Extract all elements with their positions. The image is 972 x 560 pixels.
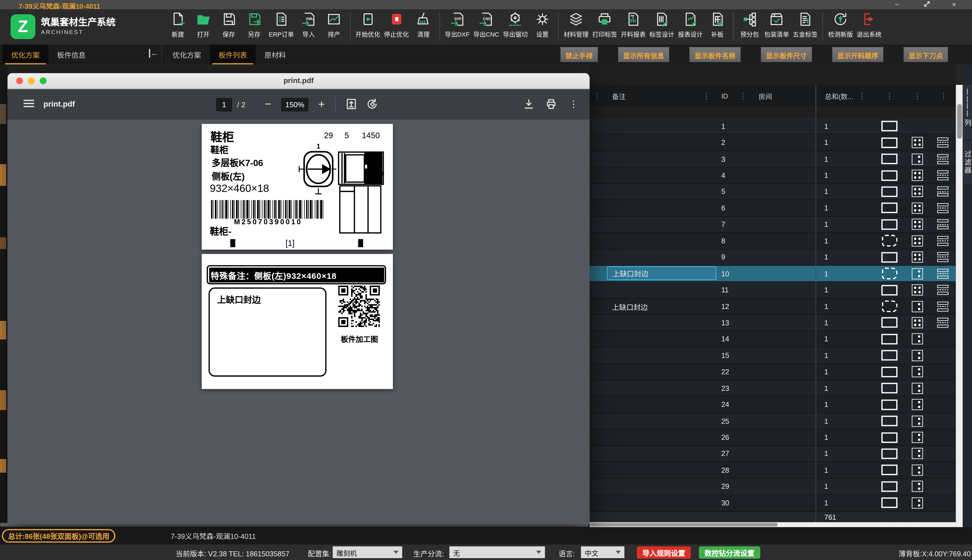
table-row[interactable]: 29 1 (590, 479, 956, 495)
column-header-note[interactable]: 备注 (612, 91, 625, 100)
note-cell[interactable] (607, 380, 716, 396)
note-cell[interactable] (607, 462, 716, 478)
toolbar-check-update-button[interactable]: 检测新版 (828, 11, 853, 38)
table-row[interactable]: 13 1 (590, 315, 956, 331)
note-cell[interactable] (607, 446, 716, 462)
view-option-button[interactable]: 显示下刀点 (903, 47, 949, 62)
view-option-button[interactable]: 显示板件尺寸 (760, 47, 812, 62)
column-menu-icon[interactable]: ⋮ (914, 92, 921, 100)
dialog-titlebar[interactable]: print.pdf (7, 73, 590, 89)
note-cell[interactable] (607, 397, 716, 413)
column-header-id[interactable]: ID (721, 92, 728, 99)
table-row[interactable]: 15 1 (590, 348, 956, 364)
note-cell[interactable] (607, 315, 716, 331)
column-menu-icon[interactable]: ⋮ (593, 92, 601, 100)
toolbar-export-sawcut-button[interactable]: 导出锯切 (503, 11, 528, 38)
toolbar-save-as-button[interactable]: 另存 (243, 11, 265, 38)
toolbar-label-design-button[interactable]: 标签设计 (649, 11, 674, 38)
note-cell[interactable] (607, 495, 716, 511)
table-row[interactable]: 25 1 (590, 413, 956, 430)
table-row[interactable]: 2 1 (590, 135, 956, 151)
table-row[interactable]: 28 1 (590, 462, 956, 479)
toolbar-export-dxf-button[interactable]: DXF 导出DXF (445, 11, 470, 38)
toolbar-print-label-button[interactable]: 打印标签 (592, 11, 617, 38)
table-row[interactable]: 上缺口封边 10 1 (590, 266, 956, 282)
note-cell[interactable] (607, 331, 716, 347)
view-option-button[interactable]: 禁止手排 (560, 47, 598, 62)
table-row[interactable]: 27 1 (590, 446, 956, 462)
toolbar-open-button[interactable]: 打开 (192, 11, 214, 38)
table-row[interactable]: 26 1 (590, 430, 956, 446)
table-row[interactable]: 30 1 (590, 495, 956, 511)
note-cell[interactable] (607, 413, 716, 429)
rotate-page-icon[interactable] (365, 97, 380, 112)
column-menu-icon[interactable]: ⋮ (940, 92, 947, 100)
toolbar-material-manage-button[interactable]: 材料管理 (564, 11, 588, 38)
tab[interactable]: 板件列表 (210, 45, 256, 64)
page-number-input[interactable]: 1 (216, 98, 232, 112)
toolbar-hardware-label-button[interactable]: 五金标签 (793, 11, 817, 38)
note-cell[interactable]: 上缺口封边 (607, 266, 716, 280)
view-option-button[interactable]: 显示板件名称 (689, 47, 741, 62)
toolbar-settings-button[interactable]: 设置 (531, 11, 553, 38)
note-cell[interactable] (607, 184, 716, 200)
table-row[interactable]: 14 1 (590, 331, 956, 348)
table-hscrollbar-thumb[interactable] (590, 523, 778, 527)
download-icon[interactable] (521, 97, 536, 112)
toolbar-patch-board-button[interactable]: 补板 (706, 11, 728, 38)
table-row[interactable]: 6 1 (590, 200, 956, 217)
table-row[interactable]: 5 1 (590, 184, 956, 200)
note-cell[interactable] (607, 249, 716, 265)
filter-side-tab[interactable]: 过滤器 (963, 141, 972, 184)
note-cell[interactable] (607, 217, 716, 232)
toolbar-export-cnc-button[interactable]: CNC 导出CNC (473, 11, 499, 38)
maximize-icon[interactable] (922, 0, 931, 8)
note-cell[interactable] (607, 348, 716, 363)
column-menu-icon[interactable]: ⋮ (703, 92, 710, 100)
toolbar-import-button[interactable]: XML 导入 (297, 11, 319, 38)
more-options-icon[interactable]: ⋮ (566, 97, 581, 112)
toolbar-stop-optimize-button[interactable]: 停止优化 (384, 11, 409, 38)
note-cell[interactable] (607, 364, 716, 380)
view-option-button[interactable]: 显示所有信息 (618, 47, 670, 62)
note-cell[interactable] (607, 479, 716, 495)
close-icon[interactable]: × (950, 1, 959, 8)
toolbar-packing-list-button[interactable]: 包装清单 (764, 11, 789, 38)
table-row[interactable]: 8 1 (590, 233, 956, 249)
print-icon[interactable] (544, 97, 559, 112)
tab[interactable]: 板件信息 (48, 45, 94, 64)
note-cell[interactable] (607, 200, 716, 216)
table-row[interactable]: 3 1 (590, 151, 956, 167)
production-flow-select[interactable]: 无 (449, 547, 545, 558)
menu-icon[interactable] (23, 100, 34, 109)
table-row[interactable]: 1 1 (590, 118, 956, 135)
tab[interactable]: 优化方案 (164, 45, 210, 64)
table-row[interactable]: 7 1 (590, 217, 956, 233)
toolbar-new-button[interactable]: 新建 (167, 11, 189, 38)
table-row[interactable]: 22 1 (590, 364, 956, 380)
toolbar-report-design-button[interactable]: 报表设计 (678, 11, 703, 38)
table-row[interactable]: 9 1 (590, 249, 956, 266)
collapse-panel-icon[interactable]: ← (149, 49, 158, 58)
toolbar-exit-button[interactable]: 退出系统 (857, 11, 881, 38)
tab[interactable]: 优化方案 (3, 45, 48, 64)
table-horizontal-scrollbar[interactable] (590, 522, 956, 527)
import-rules-button[interactable]: 导入规则设置 (637, 547, 691, 559)
fit-page-icon[interactable] (344, 97, 359, 112)
note-cell[interactable] (607, 430, 716, 445)
column-menu-icon[interactable]: ⋮ (739, 92, 747, 100)
view-option-button[interactable]: 显示开料顺序 (832, 47, 884, 62)
toolbar-pre-package-button[interactable]: 预分包 (739, 11, 760, 38)
table-row[interactable]: 上缺口封边 12 1 (590, 298, 956, 315)
note-cell[interactable] (607, 282, 716, 298)
toolbar-schedule-button[interactable]: 排产 (323, 11, 345, 38)
vertical-scrollbar[interactable] (956, 85, 963, 527)
table-row[interactable]: 24 1 (590, 397, 956, 413)
zoom-in-icon[interactable]: + (314, 97, 329, 112)
language-select[interactable]: 中文 (581, 547, 624, 558)
pdf-viewport[interactable]: 鞋柜 鞋柜 多层板K7-06 侧板(左) 932×460×18 29 5 145… (7, 120, 590, 524)
note-cell[interactable] (607, 118, 716, 134)
columns-side-tab[interactable]: 列 (963, 85, 972, 140)
toolbar-cutting-report-button[interactable]: 开料报表 (621, 11, 646, 38)
config-set-select[interactable]: 雕刻机 (333, 547, 402, 558)
